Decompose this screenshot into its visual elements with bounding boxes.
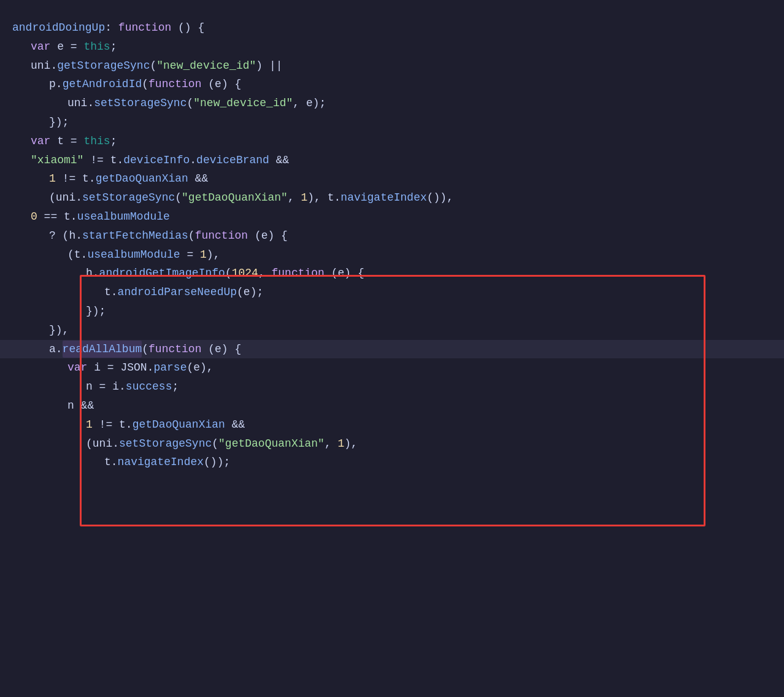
code-line-17: }),: [0, 321, 784, 340]
code-line-4: p.getAndroidId(function (e) {: [0, 75, 784, 94]
code-line-10: (uni.setStorageSync("getDaoQuanXian", 1)…: [0, 188, 784, 207]
code-line-1: androidDoingUp: function () {: [0, 18, 784, 37]
code-line-9: 1 != t.getDaoQuanXian &&: [0, 169, 784, 188]
code-line-12: ? (h.startFetchMedias(function (e) {: [0, 226, 784, 245]
code-line-8: "xiaomi" != t.deviceInfo.deviceBrand &&: [0, 151, 784, 170]
code-line-22: 1 != t.getDaoQuanXian &&: [0, 415, 784, 434]
code-line-7: var t = this;: [0, 132, 784, 151]
code-line-21: n &&: [0, 396, 784, 415]
code-line-20: n = i.success;: [0, 377, 784, 396]
code-line-24: t.navigateIndex());: [0, 453, 784, 472]
code-line-11: 0 == t.usealbumModule: [0, 207, 784, 226]
code-line-5: uni.setStorageSync("new_device_id", e);: [0, 94, 784, 113]
code-line-16: });: [0, 302, 784, 321]
code-line-3: uni.getStorageSync("new_device_id") ||: [0, 56, 784, 75]
code-line-6: });: [0, 113, 784, 132]
code-line-19: var i = JSON.parse(e),: [0, 358, 784, 377]
code-line-23: (uni.setStorageSync("getDaoQuanXian", 1)…: [0, 434, 784, 453]
code-line-15: t.androidParseNeedUp(e);: [0, 283, 784, 302]
code-line-2: var e = this;: [0, 37, 784, 56]
code-line-13: (t.usealbumModule = 1),: [0, 245, 784, 264]
code-line-18: a.readAllAlbum(function (e) {: [0, 340, 784, 359]
code-line-14: h.androidGetImageInfo(1024, function (e)…: [0, 264, 784, 283]
code-editor: androidDoingUp: function () {var e = thi…: [0, 12, 784, 478]
